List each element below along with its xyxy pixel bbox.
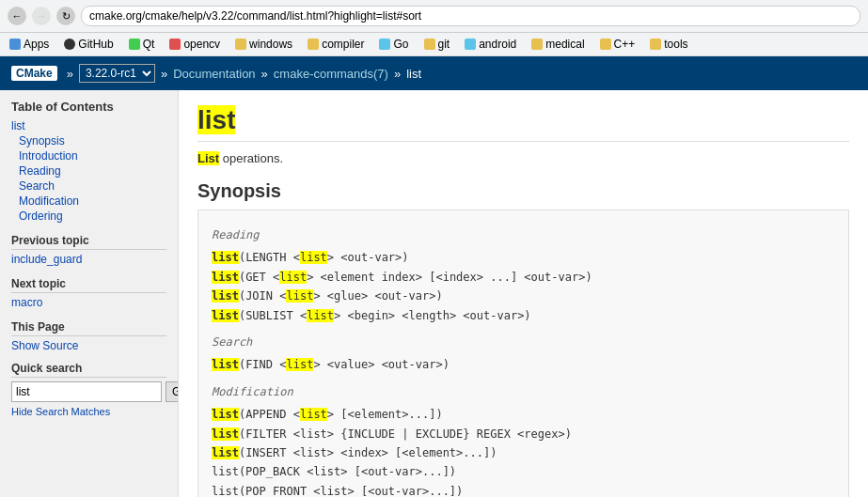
browser-bar: ← → ↻ [0,0,868,33]
code-block-main: Reading list(LENGTH <list> <out-var>) li… [197,210,849,497]
bookmark-github[interactable]: GitHub [60,36,117,53]
this-page-section: This Page Show Source [11,320,166,352]
code-line-reading-2: list(GET <list> <element index> [<index>… [212,268,835,287]
code-line-mod-4: list(POP_BACK <list> [<out-var>...]) [212,462,835,481]
kw-list-6: list [212,408,239,421]
address-bar[interactable] [81,6,860,26]
code-line-mod-1: list(APPEND <list> [<element>...]) [212,405,835,424]
intro-text: List operations. [197,151,849,165]
prev-topic-heading: Previous topic [11,234,166,250]
hide-search-link[interactable]: Hide Search Matches [11,406,166,417]
tools-icon [650,39,661,50]
toc-modification[interactable]: Modification [19,194,79,208]
bookmark-compiler[interactable]: compiler [304,36,368,53]
medical-icon [531,39,543,50]
bookmark-git-label: git [438,38,450,51]
show-source-link[interactable]: Show Source [11,339,166,352]
next-topic-section: Next topic macro [11,277,166,309]
bookmarks-bar: Apps GitHub Qt opencv windows compiler G… [0,33,868,56]
reading-label: Reading [212,225,835,244]
toc-search[interactable]: Search [19,179,55,193]
code-line-reading-4: list(SUBLIST <list> <begin> <length> <ou… [212,306,835,325]
cmake-logo: CMake [11,66,57,81]
kw-list-5: list [212,358,239,371]
breadcrumb-commands-link[interactable]: cmake-commands(7) [274,67,388,81]
kw-list-1: list [212,251,239,264]
bookmark-windows-label: windows [249,38,292,51]
kw-list-7: list [212,427,239,441]
this-page-heading: This Page [11,320,166,336]
search-heading: Quick search [11,362,166,378]
bookmark-medical-label: medical [545,38,584,51]
toc-ordering[interactable]: Ordering [19,210,63,223]
git-icon [424,39,435,50]
sidebar: Table of Contents list Synopsis Introduc… [0,90,179,497]
bookmark-apps-label: Apps [24,38,49,51]
code-line-mod-5: list(POP_FRONT <list> [<out-var>...]) [212,482,835,497]
bookmark-github-label: GitHub [78,38,113,51]
search-row: Go [11,381,166,402]
apps-icon [9,39,21,50]
search-go-button[interactable]: Go [166,381,179,402]
toc-main-link[interactable]: list [11,119,25,132]
title-highlight: list [197,105,235,134]
reload-button[interactable]: ↻ [56,7,75,25]
bookmark-qt[interactable]: Qt [125,36,159,53]
breadcrumb-sep2: » [161,67,167,81]
bookmark-cpp[interactable]: C++ [596,36,639,53]
breadcrumb-sep4: » [394,67,401,81]
breadcrumb-page: list [406,67,421,81]
bookmark-compiler-label: compiler [322,38,364,51]
code-line-reading-3: list(JOIN <list> <glue> <out-var>) [212,287,835,305]
next-topic-link[interactable]: macro [11,296,166,309]
go-icon [379,39,390,50]
bookmark-qt-label: Qt [143,38,155,51]
toc-reading[interactable]: Reading [19,164,61,178]
forward-button[interactable]: → [32,7,51,25]
kw-list-4: list [212,309,239,322]
back-button[interactable]: ← [8,7,26,25]
page-title: list [197,105,849,142]
synopsis-heading: Synopsis [197,180,849,202]
intro-rest: operations. [223,151,283,165]
bookmark-android-label: android [479,38,516,51]
code-line-mod-2: list(FILTER <list> {INCLUDE | EXCLUDE} R… [212,425,835,443]
bookmark-medical[interactable]: medical [528,36,588,53]
search-label: Search [212,333,835,351]
compiler-icon [308,39,319,50]
bookmark-apps[interactable]: Apps [6,36,53,53]
toc-synopsis[interactable]: Synopsis [19,134,65,148]
prev-topic-section: Previous topic include_guard [11,234,166,266]
bookmark-go[interactable]: Go [375,36,412,53]
bookmark-opencv-label: opencv [183,38,220,51]
bookmark-windows[interactable]: windows [231,36,296,53]
code-line-reading-1: list(LENGTH <list> <out-var>) [212,248,835,267]
cpp-icon [600,39,611,50]
bookmark-git[interactable]: git [420,36,454,53]
opencv-icon [169,39,181,50]
windows-icon [235,39,246,50]
breadcrumb-sep3: » [261,67,268,81]
android-icon [465,39,476,50]
bookmark-go-label: Go [393,38,408,51]
prev-topic-link[interactable]: include_guard [11,253,166,266]
bookmark-opencv[interactable]: opencv [166,36,224,53]
toc-list: Synopsis Introduction Reading Search Mod… [19,134,166,223]
toc-introduction[interactable]: Introduction [19,149,78,163]
search-input[interactable] [11,381,162,402]
kw-list-8: list [212,446,239,459]
version-select[interactable]: 3.22.0-rc1 [79,64,155,83]
breadcrumb-sep1: » [67,67,73,81]
code-line-mod-3: list(INSERT <list> <index> [<element>...… [212,443,835,462]
main-layout: Table of Contents list Synopsis Introduc… [0,90,868,497]
github-icon [64,39,75,50]
code-line-search-1: list(FIND <list> <value> <out-var>) [212,355,835,374]
bookmark-android[interactable]: android [461,36,520,53]
breadcrumb-docs-link[interactable]: Documentation [173,67,255,81]
kw-list-2: list [212,271,239,284]
bookmark-tools[interactable]: tools [646,36,691,53]
list-highlight-intro: List [197,151,219,165]
bookmark-cpp-label: C++ [614,38,636,51]
kw-list-3: list [212,289,239,303]
bookmark-tools-label: tools [664,38,687,51]
